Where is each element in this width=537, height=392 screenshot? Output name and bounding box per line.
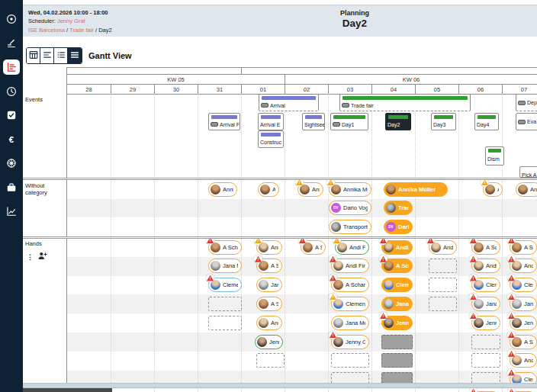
assignment-chip-jana-m[interactable]: Jana M xyxy=(208,259,242,273)
assignment-chip-andi-f[interactable]: Andi F! xyxy=(335,240,369,255)
sidebar-item-briefcase[interactable] xyxy=(0,178,23,198)
sidebar-item-gantt[interactable] xyxy=(0,57,23,77)
assignment-chip-jana[interactable]: Jana xyxy=(256,278,282,292)
assignment-chip-a-sch[interactable]: A Sch! xyxy=(510,240,537,255)
assignment-chip-andi[interactable]: Andi! xyxy=(510,353,537,368)
breadcrumb-ise-barcelona[interactable]: ISE Barcelona xyxy=(28,27,65,34)
sidebar-item-helm[interactable] xyxy=(0,153,23,173)
empty-slot[interactable] xyxy=(256,353,285,368)
assignment-chip-a-scha[interactable]: A Scha! xyxy=(208,240,242,255)
event-construc[interactable]: Construc xyxy=(258,130,284,148)
assignment-chip-dario[interactable]: DVDario xyxy=(384,220,413,234)
view-button-gantt-view[interactable] xyxy=(68,48,82,63)
grid-row xyxy=(67,257,537,276)
section-separator xyxy=(23,178,537,180)
assignment-chip-jana-merk[interactable]: Jana Merk xyxy=(331,316,369,330)
sidebar-item-tasks[interactable] xyxy=(0,105,23,125)
assignment-chip-anni[interactable]: Anni! xyxy=(297,182,323,197)
event-arrival-e[interactable]: Arrival E xyxy=(258,113,284,130)
add-person-icon[interactable] xyxy=(37,250,47,264)
event-trade-fair[interactable]: Trade fair xyxy=(339,94,471,111)
assignment-chip-annika-m-ller[interactable]: Annika Müller xyxy=(384,182,448,197)
scrollbar-thumb[interactable] xyxy=(23,388,112,392)
assignment-chip-a-sch[interactable]: A Sch! xyxy=(510,335,537,349)
assignment-chip-clem[interactable]: Clem xyxy=(381,278,413,292)
view-button-list-view[interactable] xyxy=(54,48,68,63)
empty-slot[interactable] xyxy=(381,335,413,349)
assignment-chip-andi[interactable]: Andi! xyxy=(381,240,413,255)
horizontal-scrollbar[interactable] xyxy=(23,383,537,388)
empty-slot[interactable] xyxy=(429,259,457,273)
event-day2[interactable]: Day2 xyxy=(385,113,411,130)
assignment-chip-andi[interactable]: Andi! xyxy=(429,240,457,255)
assignment-chip-a[interactable]: A! xyxy=(483,182,503,197)
avatar xyxy=(386,203,396,213)
chip-label: Annika xyxy=(530,186,537,193)
empty-slot[interactable] xyxy=(429,278,457,292)
empty-slot[interactable] xyxy=(381,353,413,368)
assignment-chip-a-sch[interactable]: A Sch! xyxy=(471,240,500,255)
empty-slot[interactable] xyxy=(208,316,242,330)
assignment-chip-a-scharer[interactable]: A Scharer! xyxy=(331,278,369,292)
chip-label: Clem xyxy=(524,281,533,288)
view-button-agenda-view[interactable] xyxy=(40,48,54,63)
sidebar-item-clock[interactable] xyxy=(0,82,23,101)
chip-label: Clemens K xyxy=(346,300,365,307)
assignment-chip-a-sc[interactable]: A Sc! xyxy=(301,240,326,255)
avatar xyxy=(257,337,267,347)
assignment-chip-a-sch[interactable]: A Sch! xyxy=(381,259,413,273)
assignment-chip-jana[interactable]: Jana xyxy=(381,297,413,311)
assignment-chip-andi[interactable]: Andi! xyxy=(471,259,500,273)
assignment-chip-a-sch[interactable]: A Sch xyxy=(256,297,282,311)
assignment-chip-jenn[interactable]: Jenn! xyxy=(510,316,537,330)
assignment-chip-clemens-k[interactable]: Clemens K! xyxy=(331,297,369,311)
empty-slot[interactable] xyxy=(471,335,500,349)
scheduler-link[interactable]: Jenny Graf xyxy=(57,18,85,24)
assignment-chip-andi[interactable]: Andi! xyxy=(256,240,282,255)
assignment-chip-andi[interactable]: Andi xyxy=(256,316,282,330)
assignment-chip-jana[interactable]: Jana! xyxy=(471,297,500,311)
sidebar-item-euro[interactable]: € xyxy=(0,130,23,149)
assignment-chip-clem[interactable]: Clem! xyxy=(471,278,500,292)
sidebar-item-eye[interactable] xyxy=(0,9,23,29)
event-day1[interactable]: Day1 xyxy=(330,113,368,130)
assignment-chip-trans[interactable]: Trans xyxy=(384,201,413,215)
event-dism[interactable]: Dism xyxy=(485,146,504,165)
assignment-chip-annika-m[interactable]: Annika Mü! xyxy=(329,182,371,197)
assignment-chip-annika[interactable]: Annika xyxy=(208,182,237,197)
assignment-chip-jenny[interactable]: Jenny! xyxy=(381,316,413,330)
hands-menu-icon[interactable]: ⋮ xyxy=(27,253,34,261)
assignment-chip-andi[interactable]: Andi! xyxy=(510,259,537,273)
empty-slot[interactable] xyxy=(471,353,500,368)
empty-slot[interactable] xyxy=(208,297,242,311)
assignment-chip-jenny-gra[interactable]: Jenny Gra! xyxy=(331,335,369,349)
sidebar-item-analytics[interactable] xyxy=(0,201,23,221)
chip-label: Anni xyxy=(272,186,275,193)
breadcrumb-trade-fair[interactable]: Trade fair xyxy=(69,27,94,34)
assignment-chip-a-sc[interactable]: A Sc! xyxy=(256,259,282,273)
empty-slot[interactable] xyxy=(429,297,457,311)
event-sightsee[interactable]: Sightsee xyxy=(302,113,325,130)
event-day4[interactable]: Day4 xyxy=(474,113,499,130)
view-button-timeline-view[interactable] xyxy=(27,48,40,63)
sidebar: € xyxy=(0,0,23,392)
assignment-chip-jana[interactable]: Jana! xyxy=(510,297,537,311)
assignment-chip-andi-fink[interactable]: Andi Fink! xyxy=(331,259,369,273)
event-arrival-f[interactable]: Arrival F xyxy=(208,113,240,130)
empty-slot[interactable] xyxy=(331,353,369,368)
assignment-chip-transporte[interactable]: Transporte xyxy=(329,220,371,234)
assignment-chip-dario-voge[interactable]: DVDario Voge xyxy=(329,201,371,215)
event-arrival[interactable]: Arrival xyxy=(259,94,319,111)
sidebar-item-compose[interactable] xyxy=(0,34,23,53)
event-depar[interactable]: Depar xyxy=(516,94,537,111)
assignment-chip-clemen[interactable]: Clemen! xyxy=(208,278,242,292)
assignment-chip-annika[interactable]: Annika xyxy=(516,182,537,197)
assignment-chip-jenny[interactable]: Jenny xyxy=(255,335,283,349)
assignment-chip-clem[interactable]: Clem! xyxy=(510,278,537,292)
assignment-chip-anni[interactable]: Anni xyxy=(258,182,279,197)
event-day3[interactable]: Day3 xyxy=(431,113,456,130)
event-eva[interactable]: Eva xyxy=(516,113,537,130)
assignment-chip-jenny[interactable]: Jenny! xyxy=(471,316,500,330)
event-pick-a[interactable]: Pick A xyxy=(519,166,537,178)
chip-label: Transporte xyxy=(343,223,368,230)
